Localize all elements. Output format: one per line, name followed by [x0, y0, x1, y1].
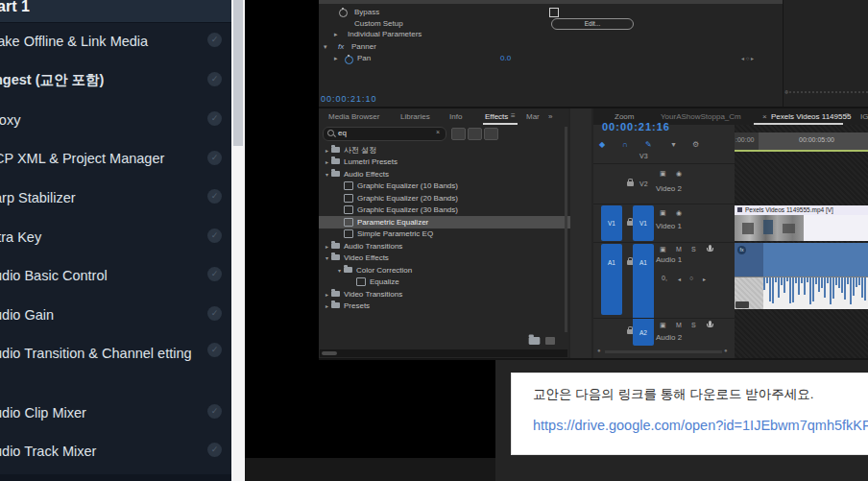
effect-controls-timecode[interactable]: 00:00:21:10 [321, 94, 377, 104]
tree-row-parametric-eq[interactable]: Parametric Equalizer [319, 216, 584, 228]
filter-accelerated-icon[interactable] [451, 128, 466, 140]
target-a2-button[interactable]: A2 [633, 320, 654, 346]
tab-zoom-sequence[interactable]: Zoom [615, 112, 634, 121]
twirl-icon[interactable]: ▸ [323, 158, 331, 165]
solo-button[interactable]: S [691, 246, 696, 253]
tab-info[interactable]: Info [449, 112, 462, 121]
add-keyframe-icon[interactable]: ○ [746, 56, 750, 61]
sync-lock-icon[interactable]: ▣ [660, 246, 666, 253]
twirl-icon[interactable]: ▸ [323, 291, 331, 298]
scrollbar-thumb[interactable] [233, 0, 243, 146]
timeline-hscrollbar[interactable] [605, 350, 722, 353]
sync-lock-icon[interactable]: ▣ [660, 322, 666, 329]
close-tab-icon[interactable]: × [762, 112, 767, 121]
twirl-icon[interactable]: ▸ [323, 243, 331, 250]
knob-next-icon[interactable]: ▸ [703, 276, 706, 282]
tree-row-geq20[interactable]: Graphic Equalizer (20 Bands) [319, 192, 584, 204]
expand-icon[interactable]: ▸ [334, 55, 338, 62]
tree-row-geq10[interactable]: Graphic Equalizer (10 Bands) [319, 180, 584, 192]
tree-row-audio-effects[interactable]: ▾Audio Effects [319, 168, 571, 180]
twirl-icon[interactable]: ▸ [323, 302, 331, 309]
video-clip-body[interactable] [804, 215, 868, 241]
twirl-icon[interactable]: ▸ [323, 147, 331, 154]
knob-icon[interactable]: ○ [689, 275, 693, 281]
tree-row-geq30[interactable]: Graphic Equalizer (30 Bands) [319, 204, 584, 216]
lock-icon[interactable] [627, 181, 634, 186]
tab-markers[interactable]: Mar [526, 112, 540, 121]
tab-media-browser[interactable]: Media Browser [328, 112, 379, 121]
hscroll-thumb[interactable] [322, 351, 337, 355]
track-audio2-name[interactable]: Audio 2 [656, 333, 682, 342]
knob-prev-icon[interactable]: ◂ [678, 276, 681, 282]
timeline-menu-icon[interactable]: ≡ [845, 111, 850, 120]
tree-row-color-correction[interactable]: ▾Color Correction [319, 264, 584, 277]
bypass-checkbox[interactable] [549, 8, 559, 17]
clear-search-icon[interactable]: × [436, 129, 440, 135]
linked-selection-icon[interactable]: ∩ [622, 140, 628, 149]
keyframe-stopwatch-icon[interactable] [345, 56, 353, 64]
snap-icon[interactable]: ◆ [599, 140, 605, 149]
timeline-timecode[interactable]: 00:00:21:16 [602, 121, 670, 132]
work-area-bar[interactable] [735, 150, 868, 152]
voiceover-mic-icon[interactable] [709, 245, 711, 251]
tab-active-sequence[interactable]: Pexels Videos 1149555 [771, 112, 851, 121]
pan-value[interactable]: 0.0 [500, 54, 511, 62]
tab-libraries[interactable]: Libraries [400, 112, 430, 121]
stopwatch-icon[interactable] [339, 9, 348, 17]
source-a1-button[interactable]: A1 [601, 244, 622, 315]
tree-row-video-effects[interactable]: ▾Video Effects [319, 252, 571, 264]
slider-handle-icon[interactable]: ○ [784, 88, 788, 95]
filter-32bit-icon[interactable] [468, 128, 482, 140]
mini-scrollbar[interactable] [785, 91, 868, 93]
panel-menu-icon[interactable]: ≡ [511, 111, 516, 120]
expand-icon[interactable]: ▸ [334, 31, 338, 38]
filter-yuv-icon[interactable] [484, 128, 498, 140]
tree-row-audio-transitions[interactable]: ▸Audio Transitions [319, 240, 571, 253]
timeline-display-icon[interactable]: ▼ [670, 141, 677, 148]
mute-button[interactable]: M [676, 322, 682, 328]
effects-hscrollbar[interactable] [320, 349, 567, 357]
track-v3-label[interactable]: V3 [639, 153, 648, 159]
next-keyframe-icon[interactable]: ▸ [751, 56, 754, 61]
voiceover-mic-icon[interactable] [709, 321, 711, 326]
effects-panel-scrollbar[interactable] [565, 127, 567, 332]
handout-download-link[interactable]: https://drive.google.com/open?id=1IJEbwm… [533, 418, 868, 433]
tree-row-presets-kr[interactable]: ▸사전 설정 [319, 144, 571, 156]
twirl-icon[interactable]: ▾ [323, 171, 331, 178]
twirl-icon[interactable]: ▾ [335, 267, 344, 274]
tab-other-sequence[interactable]: YourAShowStoppa_Cm [661, 112, 741, 121]
section-header[interactable]: art 1 [0, 0, 231, 23]
source-v1-button[interactable]: V1 [601, 205, 622, 241]
page-scrollbar[interactable] [231, 0, 245, 481]
track-video1-name[interactable]: Video 1 [656, 222, 682, 230]
tree-row-simple-parametric[interactable]: Simple Parametric EQ [319, 228, 584, 240]
track-v2-target[interactable]: V2 [639, 180, 648, 187]
track-video2-name[interactable]: Video 2 [656, 184, 682, 193]
new-folder-icon[interactable] [529, 337, 541, 345]
tab-clipped[interactable]: IG [860, 112, 868, 121]
tab-effects[interactable]: Effects [485, 112, 508, 121]
new-bin-icon[interactable] [545, 337, 555, 345]
scroll-dot-right[interactable]: ● [724, 348, 728, 353]
pan-knob-value[interactable]: 0, [662, 275, 667, 281]
video-clip-thumbnails[interactable] [735, 215, 804, 241]
sync-lock-icon[interactable]: ▣ [660, 170, 666, 178]
track-audio1-name[interactable]: Audio 1 [656, 255, 682, 264]
tree-row-lumetri[interactable]: ▸Lumetri Presets [319, 156, 571, 168]
keyframe-nav[interactable]: ◂ ○ ▸ [741, 55, 754, 61]
sync-lock-icon[interactable]: ▣ [660, 209, 666, 217]
twirl-icon[interactable]: ▾ [323, 254, 331, 261]
scroll-dot-left[interactable]: ● [597, 348, 601, 353]
track-visibility-icon[interactable]: ◉ [676, 170, 682, 178]
mute-button[interactable]: M [676, 246, 682, 253]
tree-row-equalize[interactable]: Equalize [319, 276, 596, 288]
tab-overflow-icon[interactable]: » [548, 112, 552, 121]
add-marker-icon[interactable]: ✎ [645, 140, 652, 149]
video-clip-label-bar[interactable]: Pexels Videos 1149555.mp4 [V] [735, 205, 868, 215]
edit-button[interactable]: Edit... [551, 18, 634, 30]
track-visibility-icon[interactable]: ◉ [676, 209, 682, 217]
prev-keyframe-icon[interactable]: ◂ [741, 56, 744, 61]
target-v1-button[interactable]: V1 [633, 205, 654, 241]
collapse-icon[interactable]: ▾ [324, 43, 327, 51]
tree-row-video-transitions[interactable]: ▸Video Transitions [319, 288, 571, 301]
